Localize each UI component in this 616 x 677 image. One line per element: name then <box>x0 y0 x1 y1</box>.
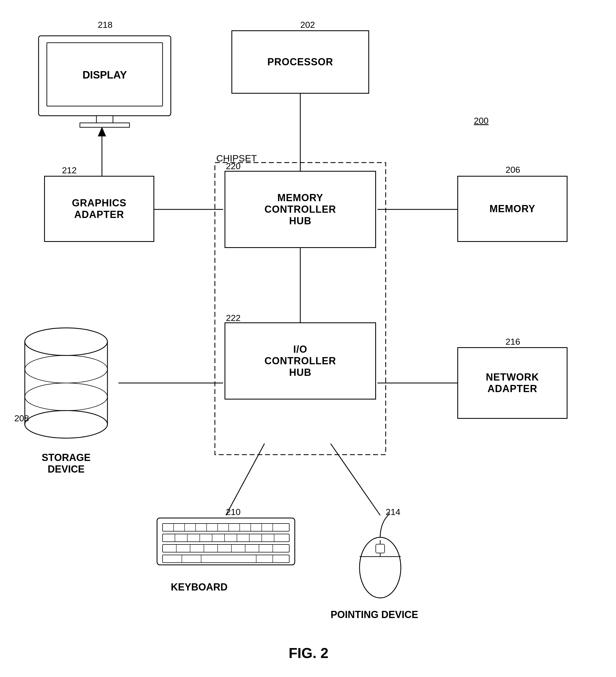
keyboard-ref: 210 <box>226 507 240 517</box>
keyboard-svg <box>154 512 297 579</box>
pointing-device-ref: 214 <box>386 507 400 517</box>
ich-ref: 222 <box>226 313 240 323</box>
svg-rect-13 <box>96 116 113 124</box>
display-svg: DISPLAY <box>28 30 182 130</box>
storage-svg <box>14 320 119 446</box>
svg-line-7 <box>331 444 380 515</box>
svg-text:DISPLAY: DISPLAY <box>82 69 127 81</box>
svg-rect-60 <box>376 544 385 553</box>
pointing-device-label: POINTING DEVICE <box>331 609 418 621</box>
memory-ref: 206 <box>506 165 520 175</box>
network-adapter-box: NETWORK ADAPTER <box>457 347 568 419</box>
storage-ref: 208 <box>14 413 29 423</box>
storage-device-cylinder <box>14 320 119 446</box>
ref-200: 200 <box>474 116 488 126</box>
graphics-adapter-box: GRAPHICS ADAPTER <box>44 176 154 242</box>
svg-point-17 <box>25 328 107 355</box>
display-ref: 218 <box>98 20 112 30</box>
keyboard-device <box>154 512 297 579</box>
diagram-container: 200 CHIPSET PROCESSOR 202 MEMORY CONTROL… <box>0 0 616 677</box>
pointing-device-mouse <box>352 512 408 606</box>
display-monitor: DISPLAY <box>28 30 182 130</box>
svg-line-6 <box>226 444 265 515</box>
memory-box: MEMORY <box>457 176 568 242</box>
mch-ref: 220 <box>226 161 240 171</box>
processor-ref: 202 <box>300 20 315 30</box>
graphics-adapter-ref: 212 <box>62 165 77 176</box>
figure-label: FIG. 2 <box>248 645 369 661</box>
io-controller-hub-box: I/O CONTROLLER HUB <box>225 322 376 400</box>
storage-label: STORAGE DEVICE <box>14 452 119 475</box>
svg-rect-14 <box>80 123 130 127</box>
network-adapter-ref: 216 <box>506 337 520 347</box>
keyboard-label: KEYBOARD <box>171 581 228 593</box>
processor-box: PROCESSOR <box>231 30 369 94</box>
memory-controller-hub-box: MEMORY CONTROLLER HUB <box>225 171 376 248</box>
mouse-svg <box>352 512 408 606</box>
svg-point-18 <box>25 411 107 438</box>
